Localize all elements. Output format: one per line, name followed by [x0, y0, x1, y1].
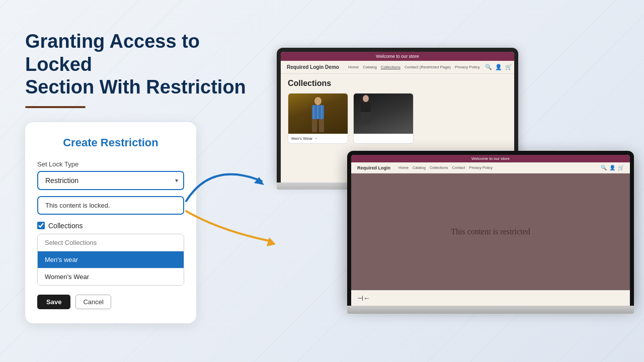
mens-wear-label: Men's Wear →: [288, 134, 348, 143]
nav-link-privacy[interactable]: Privacy Policy: [455, 65, 480, 69]
lock-type-label: Set Lock Type: [37, 160, 184, 168]
mens-wear-image: [288, 94, 348, 134]
card-title: Create Restriction: [37, 136, 184, 149]
laptop-base-bottom: [347, 306, 634, 314]
collections-grid: Men's Wear →: [288, 93, 507, 144]
account-icon-b[interactable]: 👤: [609, 165, 615, 170]
store-nav-icons-bottom: 🔍 👤 🛒: [601, 165, 624, 170]
collection-item-womens-wear[interactable]: Women's Wear: [38, 268, 184, 285]
svg-rect-4: [313, 105, 314, 119]
lock-type-select-wrapper: Restriction Password ▾: [37, 171, 184, 190]
nav-b-collections[interactable]: Collections: [430, 165, 448, 170]
store-nav-top: Required Login Demo Home Catalog Collect…: [281, 61, 514, 74]
collection-item-mens-wear[interactable]: Men's wear: [38, 251, 184, 268]
collections-checkbox[interactable]: [37, 222, 45, 229]
account-icon[interactable]: 👤: [495, 64, 502, 70]
svg-rect-5: [317, 105, 318, 119]
cart-icon-b[interactable]: 🛒: [618, 165, 624, 170]
search-icon-b[interactable]: 🔍: [601, 165, 607, 170]
store-nav-bottom: Required Login Home Catalog Collections …: [351, 162, 630, 173]
left-section: Granting Access to Locked Section With R…: [25, 30, 247, 323]
svg-rect-8: [319, 119, 324, 132]
womens-wear-figure: [354, 94, 413, 134]
main-title: Granting Access to Locked Section With R…: [25, 30, 247, 99]
store-banner-top: Welcome to our store: [281, 52, 514, 61]
svg-rect-6: [321, 105, 323, 119]
cart-icon[interactable]: 🛒: [505, 64, 512, 70]
create-restriction-card: Create Restriction Set Lock Type Restric…: [25, 122, 196, 323]
lock-type-select[interactable]: Restriction Password: [37, 171, 184, 190]
svg-rect-10: [361, 102, 371, 112]
collections-search-input[interactable]: [38, 234, 184, 251]
restricted-content-area: This content is restricted: [351, 173, 630, 290]
mens-wear-figure: [288, 94, 348, 134]
svg-rect-7: [312, 119, 317, 132]
svg-point-9: [363, 95, 369, 102]
locked-message-input[interactable]: [37, 196, 184, 215]
nav-link-collections[interactable]: Collections: [381, 65, 400, 69]
svg-point-2: [314, 97, 321, 105]
store-banner-bottom: Welcome to our store: [351, 155, 630, 162]
laptop-bottom: Welcome to our store Required Login Home…: [347, 151, 634, 314]
nav-link-contact[interactable]: Contact (Restricted Page): [405, 65, 451, 69]
save-button[interactable]: Save: [37, 295, 70, 309]
store-logo-top: Required Login Demo: [287, 64, 339, 70]
laptop-body-bottom: Welcome to our store Required Login Home…: [347, 151, 634, 306]
store-logo-bottom: Required Login: [357, 165, 390, 170]
store-nav-links-bottom: Home Catalog Collections Contact Privacy…: [398, 165, 493, 170]
svg-marker-0: [254, 177, 264, 185]
store-nav-icons-top: 🔍 👤 🛒: [485, 64, 512, 70]
laptop-screen-bottom: Welcome to our store Required Login Home…: [351, 155, 630, 306]
mens-wear-card[interactable]: Men's Wear →: [288, 93, 348, 144]
womens-wear-label: [354, 134, 413, 139]
back-arrow-icon[interactable]: ⊣←: [357, 294, 370, 302]
restricted-message: This content is restricted: [451, 227, 530, 236]
womens-wear-card[interactable]: [353, 93, 414, 144]
title-line2: Section With Restriction: [25, 76, 246, 98]
svg-marker-1: [267, 237, 276, 246]
collections-dropdown: Men's wear Women's Wear: [37, 234, 184, 286]
nav-b-catalog[interactable]: Catalog: [413, 165, 426, 170]
womens-wear-image: [354, 94, 413, 134]
collections-checkbox-row: Collections: [37, 222, 184, 230]
store-nav-links-top: Home Catalog Collections Contact (Restri…: [348, 65, 480, 69]
search-icon[interactable]: 🔍: [485, 64, 492, 70]
nav-b-privacy[interactable]: Privacy Policy: [469, 165, 493, 170]
nav-link-catalog[interactable]: Catalog: [363, 65, 377, 69]
nav-link-home[interactable]: Home: [348, 65, 359, 69]
form-button-row: Save Cancel: [37, 295, 184, 309]
nav-b-home[interactable]: Home: [398, 165, 409, 170]
title-underline: [25, 106, 86, 108]
store-bottom-ui: Welcome to our store Required Login Home…: [351, 155, 630, 306]
title-line1: Granting Access to Locked: [25, 31, 200, 75]
collections-page-title: Collections: [288, 79, 507, 88]
cancel-button[interactable]: Cancel: [75, 295, 111, 309]
store-footer-bottom: ⊣←: [351, 290, 630, 306]
nav-b-contact[interactable]: Contact: [452, 165, 465, 170]
collections-checkbox-label: Collections: [48, 222, 83, 230]
